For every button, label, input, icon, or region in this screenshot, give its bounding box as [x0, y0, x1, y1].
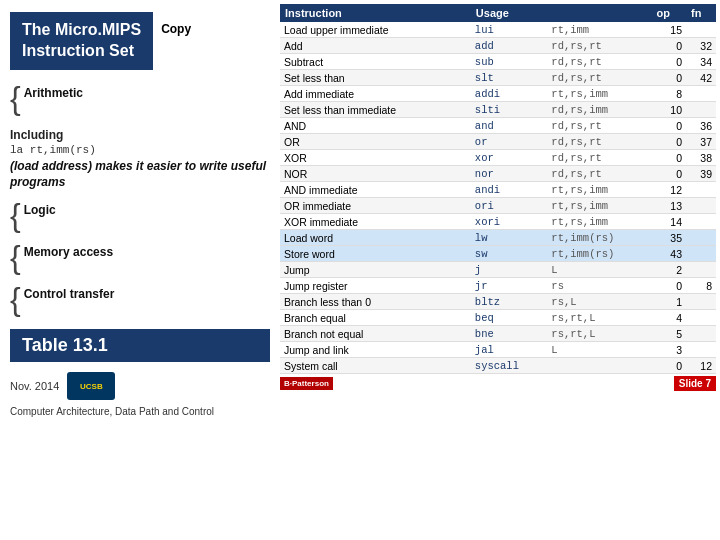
usage-operands: L: [547, 262, 651, 278]
usage-mnemonic: lui: [471, 22, 548, 38]
usage-mnemonic: bltz: [471, 294, 548, 310]
usage-mnemonic: nor: [471, 166, 548, 182]
table-label: Table 13.1: [10, 329, 270, 362]
arithmetic-section: { Arithmetic: [10, 82, 270, 114]
fn-value: [686, 198, 716, 214]
fn-value: [686, 246, 716, 262]
usage-operands: rd,rs,rt: [547, 150, 651, 166]
usage-operands: rt,rs,imm: [547, 182, 651, 198]
usage-operands: rd,rs,rt: [547, 134, 651, 150]
title-line2: Instruction Set: [22, 41, 141, 62]
fn-value: [686, 86, 716, 102]
table-row: XOR: [280, 150, 471, 166]
memory-brace: {: [10, 241, 21, 273]
table-row: Add immediate: [280, 86, 471, 102]
usage-mnemonic: sub: [471, 54, 548, 70]
table-row: Jump: [280, 262, 471, 278]
footer-row: B·Patterson Slide 7: [280, 376, 716, 391]
usage-mnemonic: andi: [471, 182, 548, 198]
op-value: 0: [652, 278, 686, 294]
usage-mnemonic: syscall: [471, 358, 548, 374]
date: Nov. 2014: [10, 380, 59, 392]
op-value: 0: [652, 54, 686, 70]
table-row: Branch equal: [280, 310, 471, 326]
left-panel: The Micro.MIPS Instruction Set Copy { Ar…: [0, 0, 280, 540]
table-row: AND: [280, 118, 471, 134]
title-block: The Micro.MIPS Instruction Set: [10, 12, 153, 70]
op-value: 1: [652, 294, 686, 310]
table-row: Set less than: [280, 70, 471, 86]
op-value: 2: [652, 262, 686, 278]
fn-value: [686, 326, 716, 342]
usage-mnemonic: ori: [471, 198, 548, 214]
table-row: OR immediate: [280, 198, 471, 214]
usage-operands: rs,rt,L: [547, 326, 651, 342]
op-value: 0: [652, 134, 686, 150]
description: (load address) makes it easier to write …: [10, 158, 270, 192]
control-label: Control transfer: [24, 283, 115, 301]
op-value: 0: [652, 70, 686, 86]
logic-section: { Logic: [10, 199, 270, 231]
control-brace: {: [10, 283, 21, 315]
bottom-bar: Nov. 2014 UCSB: [10, 372, 270, 400]
usage-mnemonic: j: [471, 262, 548, 278]
title-line1: The Micro.MIPS: [22, 20, 141, 41]
usage-mnemonic: xor: [471, 150, 548, 166]
fn-value: [686, 294, 716, 310]
usage-operands: rt,imm: [547, 22, 651, 38]
th-instruction: Instruction: [280, 4, 471, 22]
usage-mnemonic: or: [471, 134, 548, 150]
table-row: Load upper immediate: [280, 22, 471, 38]
control-section: { Control transfer: [10, 283, 270, 315]
page: The Micro.MIPS Instruction Set Copy { Ar…: [0, 0, 720, 540]
fn-value: [686, 310, 716, 326]
usage-mnemonic: lw: [471, 230, 548, 246]
fn-value: 8: [686, 278, 716, 294]
op-value: 15: [652, 22, 686, 38]
usage-operands: rd,rs,rt: [547, 38, 651, 54]
usage-operands: rd,rs,rt: [547, 54, 651, 70]
table-row: System call: [280, 358, 471, 374]
copy-label: Copy: [161, 22, 191, 36]
table-row: Jump register: [280, 278, 471, 294]
table-row: Load word: [280, 230, 471, 246]
op-value: 8: [652, 86, 686, 102]
footer-text: Computer Architecture, Data Path and Con…: [10, 406, 270, 417]
usage-operands: rt,imm(rs): [547, 246, 651, 262]
usage-mnemonic: xori: [471, 214, 548, 230]
usage-mnemonic: jal: [471, 342, 548, 358]
memory-label: Memory access: [24, 241, 113, 259]
table-row: Store word: [280, 246, 471, 262]
table-row: Branch not equal: [280, 326, 471, 342]
op-value: 10: [652, 102, 686, 118]
op-value: 5: [652, 326, 686, 342]
table-row: OR: [280, 134, 471, 150]
op-value: 0: [652, 150, 686, 166]
th-fn: fn: [686, 4, 716, 22]
table-row: NOR: [280, 166, 471, 182]
usage-mnemonic: addi: [471, 86, 548, 102]
usage-mnemonic: jr: [471, 278, 548, 294]
fn-value: [686, 230, 716, 246]
op-value: 0: [652, 358, 686, 374]
th-op: op: [652, 4, 686, 22]
usage-operands: rt,rs,imm: [547, 86, 651, 102]
fn-value: [686, 182, 716, 198]
op-value: 0: [652, 38, 686, 54]
usage-operands: rt,imm(rs): [547, 230, 651, 246]
fn-value: 37: [686, 134, 716, 150]
usage-operands: rd,rs,rt: [547, 118, 651, 134]
op-value: 43: [652, 246, 686, 262]
fn-value: 34: [686, 54, 716, 70]
table-row: AND immediate: [280, 182, 471, 198]
code-snippet: la rt,imm(rs): [10, 144, 270, 156]
usage-operands: rd,rs,rt: [547, 70, 651, 86]
ucsb-logo: UCSB: [67, 372, 115, 400]
table-row: Branch less than 0: [280, 294, 471, 310]
fn-value: 39: [686, 166, 716, 182]
memory-section: { Memory access: [10, 241, 270, 273]
op-value: 3: [652, 342, 686, 358]
usage-mnemonic: sw: [471, 246, 548, 262]
op-value: 0: [652, 118, 686, 134]
table-row: Add: [280, 38, 471, 54]
